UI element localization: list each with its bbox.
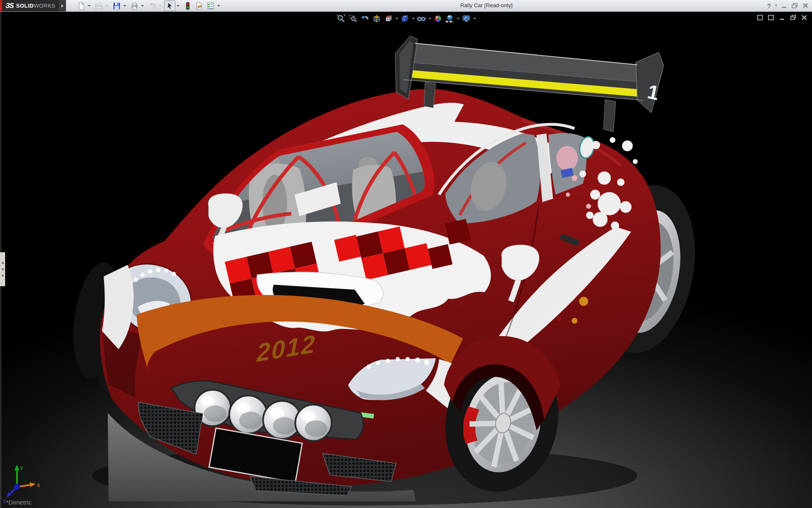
doc-close-button[interactable]: [801, 14, 808, 21]
options-button[interactable]: [205, 0, 216, 11]
previous-view-icon: [360, 14, 370, 23]
save-dropdown[interactable]: [122, 1, 127, 11]
hide-show-items-button[interactable]: [416, 13, 428, 24]
minimize-button[interactable]: [781, 3, 787, 8]
save-icon: [112, 2, 121, 10]
model-3d-view[interactable]: 2012: [0, 12, 812, 508]
zoom-to-fit-button[interactable]: [335, 13, 347, 24]
solidworks-logo: ЗS SOLIDWORKS: [0, 0, 59, 11]
apply-scene-dropdown[interactable]: [456, 13, 461, 24]
solidworks-logo-mark: ЗS: [5, 2, 14, 10]
view-orientation-button[interactable]: [383, 13, 395, 24]
view-settings-icon: [462, 14, 471, 23]
new-button[interactable]: [75, 0, 87, 11]
window-controls: ?: [767, 0, 809, 11]
main-toolbar: [75, 1, 222, 11]
new-icon: [77, 2, 85, 10]
view-settings-dropdown[interactable]: [472, 13, 477, 24]
featuremanager-collapsed-tab[interactable]: [0, 252, 5, 286]
help-button[interactable]: ?: [767, 2, 771, 9]
save-button[interactable]: [111, 0, 122, 11]
doc-close-icon: [801, 15, 807, 20]
side-stripe-dot: [557, 316, 562, 321]
display-style-dropdown[interactable]: [411, 13, 416, 24]
new-dropdown[interactable]: [87, 1, 92, 11]
undo-icon: [148, 2, 156, 10]
section-view-button[interactable]: [371, 13, 383, 24]
view-orientation-dropdown[interactable]: [395, 13, 399, 24]
rebuild-traffic-light-icon: [184, 2, 192, 10]
view-orientation-label: *Dimetric: [6, 499, 32, 506]
options-dropdown[interactable]: [216, 1, 221, 11]
open-icon: [95, 2, 103, 10]
display-style-icon: [401, 14, 410, 23]
undo-button[interactable]: [146, 0, 158, 11]
hide-show-items-icon: [417, 14, 426, 23]
doc-minimize-button[interactable]: [779, 14, 786, 21]
zoom-to-area-button[interactable]: [347, 13, 359, 24]
zoom-to-area-icon: [348, 14, 358, 23]
solidworks-logo-bold: SOLID: [16, 3, 34, 9]
doc-restore-button[interactable]: [790, 14, 797, 21]
apply-scene-button[interactable]: [444, 13, 456, 24]
file-properties-icon: [195, 2, 203, 10]
restore-button[interactable]: [791, 3, 798, 8]
apply-scene-icon: [445, 14, 455, 23]
rally-car-model: 2012: [0, 12, 812, 508]
options-icon: [206, 2, 215, 10]
graphics-area[interactable]: 2012: [0, 12, 812, 508]
close-button[interactable]: [802, 3, 809, 8]
triad-x-label: x: [37, 482, 40, 488]
window-title: Rally Car [Read-only]: [427, 0, 546, 11]
previous-view-button[interactable]: [359, 13, 371, 24]
select-dropdown[interactable]: [176, 1, 181, 11]
triad-y-label: y: [20, 464, 23, 470]
doc-restore-icon: [790, 15, 797, 20]
print-dropdown[interactable]: [140, 1, 145, 11]
rebuild-button[interactable]: [182, 0, 193, 11]
open-dropdown[interactable]: [104, 1, 110, 11]
title-bar: ЗS SOLIDWORKS: [0, 0, 812, 12]
doc-minimize-icon: [779, 15, 785, 20]
chevron-left-icon: [2, 274, 3, 277]
open-button[interactable]: [93, 0, 104, 11]
print-icon: [130, 2, 139, 10]
file-properties-button[interactable]: [193, 0, 205, 11]
pane-left-button[interactable]: [757, 14, 764, 21]
section-view-icon: [372, 14, 381, 23]
edit-appearance-icon: [433, 14, 443, 23]
select-button[interactable]: [164, 0, 176, 11]
menu-flyout-button[interactable]: [59, 0, 66, 11]
display-style-button[interactable]: [399, 13, 411, 24]
logo-accent-bar: [0, 0, 2, 11]
view-orientation-icon: [384, 14, 393, 23]
headsup-view-toolbar: [335, 13, 477, 24]
zoom-to-fit-icon: [337, 14, 346, 23]
hide-show-items-dropdown[interactable]: [428, 13, 432, 24]
pane-right-button[interactable]: [768, 14, 775, 21]
chevron-right-icon: [61, 4, 63, 8]
view-settings-button[interactable]: [461, 13, 472, 24]
pane-left-icon: [757, 15, 763, 20]
solidworks-logo-light: WORKS: [34, 3, 55, 9]
undo-dropdown[interactable]: [158, 1, 163, 11]
pane-right-icon: [768, 15, 774, 20]
chevron-left-icon: [2, 268, 3, 271]
print-button[interactable]: [129, 0, 140, 11]
chevron-left-icon: [2, 262, 3, 264]
document-window-controls: [757, 14, 808, 21]
select-cursor-icon: [166, 2, 174, 10]
help-dropdown[interactable]: [775, 5, 777, 6]
edit-appearance-button[interactable]: [432, 13, 444, 24]
